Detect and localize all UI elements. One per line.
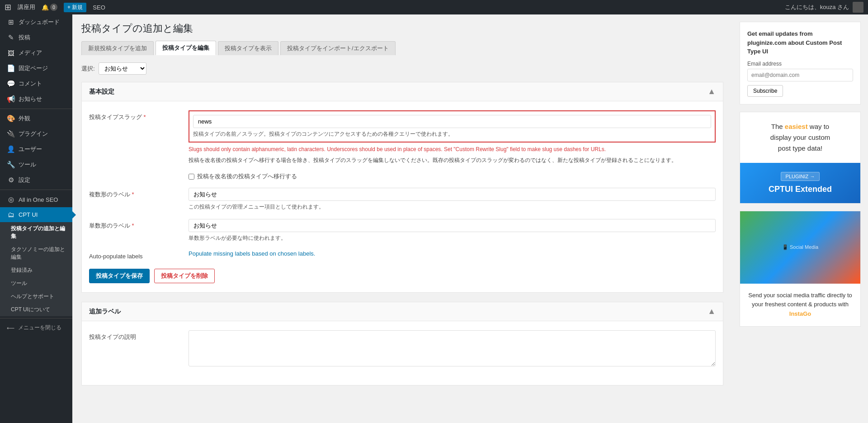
tab-import-export[interactable]: 投稿タイプをインポート/エクスポート — [280, 41, 396, 55]
sidebar-item-settings[interactable]: ⚙ 設定 — [0, 172, 72, 188]
tab-edit[interactable]: 投稿タイプを編集 — [156, 41, 216, 55]
submenu-add-edit-tax[interactable]: タクソノミーの追加と編集 — [0, 243, 72, 264]
sidebar-item-dashboard[interactable]: ⊞ ダッシュボード — [0, 14, 72, 30]
right-sidebar: Get email updates from pluginize.com abo… — [732, 14, 868, 423]
promo-blue-banner: PLUGINIZ → CPTUI Extended — [740, 163, 860, 203]
submenu-label: 投稿タイプの追加と編集 — [11, 225, 67, 240]
migrate-checkbox-row: 投稿を改名後の投稿タイプへ移行する — [189, 172, 716, 181]
sidebar-separator — [0, 109, 72, 109]
promo-highlight: easiest — [785, 123, 808, 130]
slug-required-mark: * — [142, 114, 146, 120]
singular-hint: 単数形ラベルが必要な時に使われます。 — [189, 234, 716, 242]
singular-input[interactable] — [189, 219, 716, 232]
singular-label: 単数形のラベル * — [89, 219, 189, 230]
sidebar-label: ダッシュボード — [19, 18, 60, 26]
users-icon: 👤 — [7, 145, 15, 153]
section-title-additional: 追加ラベル — [89, 308, 121, 316]
subscribe-button[interactable]: Subscribe — [747, 85, 783, 97]
plural-field: この投稿タイプの管理メニュー項目として使われます。 — [189, 188, 716, 211]
aioseo-icon: ◎ — [7, 195, 15, 204]
instago-label: InstaGo — [789, 310, 811, 317]
social-promo-box: 📱 Social Media Send your social media tr… — [740, 211, 861, 327]
cptui-submenu: 投稿タイプの追加と編集 タクソノミーの追加と編集 登録済み ツール ヘルプとサポ… — [0, 222, 72, 316]
promo-image-placeholder: 📱 Social Media — [782, 244, 818, 250]
submenu-tools[interactable]: ツール — [0, 277, 72, 290]
delete-button[interactable]: 投稿タイプを削除 — [154, 269, 215, 283]
promo-image: 📱 Social Media — [740, 211, 860, 284]
admin-bar: ⊞ 講座用 🔔 0 + 新規 SEO こんにちは、kouza さん — [0, 0, 868, 14]
notifications[interactable]: 🔔 0 — [42, 4, 57, 11]
auto-populate-link[interactable]: Populate missing labels based on chosen … — [189, 250, 315, 257]
sidebar-label: コメント — [19, 80, 42, 88]
submenu-label: CPT UIについて — [11, 306, 50, 314]
email-widget-title: Get email updates from pluginize.com abo… — [747, 29, 853, 56]
sidebar-item-media[interactable]: 🖼 メディア — [0, 45, 72, 61]
tab-add[interactable]: 新規投稿タイプを追加 — [81, 41, 154, 55]
close-menu[interactable]: ⟵ メニューを閉じる — [0, 320, 72, 335]
section-body-additional: 投稿タイプの説明 — [82, 321, 723, 385]
description-label: 投稿タイプの説明 — [89, 330, 189, 341]
sidebar-label: All in One SEO — [19, 196, 58, 203]
sidebar-label: プラグイン — [19, 130, 48, 138]
sidebar-item-cptui[interactable]: 🗂 CPT UI — [0, 207, 72, 222]
slug-form-row: 投稿タイプスラッグ * 投稿タイプの名前／スラッグ。投稿タイプのコンテンツにアク… — [89, 110, 716, 164]
slug-label: 投稿タイプスラッグ * — [89, 110, 189, 121]
plural-hint: この投稿タイプの管理メニュー項目として使われます。 — [189, 203, 716, 211]
slug-input[interactable] — [193, 115, 711, 128]
new-button[interactable]: + 新規 — [64, 3, 86, 12]
sidebar-item-posts[interactable]: ✎ 投稿 — [0, 30, 72, 45]
close-menu-icon: ⟵ — [7, 325, 14, 331]
social-promo-text: Send your social media traffic directly … — [740, 284, 860, 326]
sidebar-label: お知らせ — [19, 95, 42, 103]
description-textarea[interactable] — [189, 330, 716, 366]
seo-button[interactable]: SEO — [93, 4, 105, 11]
plural-input[interactable] — [189, 188, 716, 201]
pages-icon: 📄 — [7, 64, 15, 72]
submenu-label: タクソノミーの追加と編集 — [11, 246, 67, 261]
section-header-additional: 追加ラベル ▲ — [82, 302, 723, 321]
email-widget: Get email updates from pluginize.com abo… — [740, 22, 861, 105]
sidebar-label: ツール — [19, 161, 36, 169]
tab-view[interactable]: 投稿タイプを表示 — [218, 41, 278, 55]
sidebar-item-appearance[interactable]: 🎨 外観 — [0, 111, 72, 126]
posts-icon: ✎ — [7, 33, 15, 42]
select-row: 選択: お知らせ — [81, 62, 723, 75]
email-input[interactable] — [747, 69, 853, 81]
sidebar-item-users[interactable]: 👤 ユーザー — [0, 142, 72, 157]
sidebar-label: ユーザー — [19, 145, 42, 153]
slug-warning-ja: 投稿を改名後の投稿タイプへ移行する場合を除き、投稿タイプのスラッグを編集しないで… — [189, 156, 716, 164]
singular-field: 単数形ラベルが必要な時に使われます。 — [189, 219, 716, 242]
user-greeting: こんにちは、kouza さん — [785, 3, 849, 11]
description-form-row: 投稿タイプの説明 — [89, 330, 716, 368]
page-title: 投稿タイプの追加と編集 — [81, 22, 723, 35]
bell-icon: 🔔 — [42, 4, 49, 11]
cptui-extended-title: CPTUI Extended — [749, 185, 851, 194]
submenu-registered[interactable]: 登録済み — [0, 264, 72, 277]
sidebar-item-plugins[interactable]: 🔌 プラグイン — [0, 126, 72, 142]
sidebar-item-aioseo[interactable]: ◎ All in One SEO — [0, 192, 72, 207]
section-toggle-additional[interactable]: ▲ — [708, 307, 716, 316]
appearance-icon: 🎨 — [7, 114, 15, 123]
sidebar: ⊞ ダッシュボード ✎ 投稿 🖼 メディア 📄 固定ページ 💬 コメント 📢 お… — [0, 14, 72, 423]
migrate-checkbox[interactable] — [189, 174, 194, 180]
cptui-icon: 🗂 — [7, 211, 15, 219]
media-icon: 🖼 — [7, 49, 15, 57]
plural-form-row: 複数形のラベル * この投稿タイプの管理メニュー項目として使われます。 — [89, 188, 716, 211]
section-toggle-basic[interactable]: ▲ — [708, 87, 716, 96]
site-name[interactable]: 講座用 — [18, 3, 35, 11]
user-avatar — [853, 2, 863, 13]
submenu-add-edit-post[interactable]: 投稿タイプの追加と編集 — [0, 222, 72, 243]
singular-required-mark: * — [130, 222, 134, 229]
sidebar-item-comments[interactable]: 💬 コメント — [0, 76, 72, 91]
save-button[interactable]: 投稿タイプを保存 — [89, 269, 150, 283]
sidebar-label: 外観 — [19, 114, 30, 123]
sidebar-item-news[interactable]: 📢 お知らせ — [0, 91, 72, 107]
submenu-label: 登録済み — [11, 266, 33, 274]
submenu-about[interactable]: CPT UIについて — [0, 303, 72, 316]
select-label: 選択: — [81, 65, 95, 73]
sidebar-item-tools[interactable]: 🔧 ツール — [0, 157, 72, 172]
post-type-select[interactable]: お知らせ — [99, 62, 146, 75]
sidebar-item-pages[interactable]: 📄 固定ページ — [0, 61, 72, 76]
plural-label: 複数形のラベル * — [89, 188, 189, 199]
submenu-help[interactable]: ヘルプとサポート — [0, 290, 72, 303]
